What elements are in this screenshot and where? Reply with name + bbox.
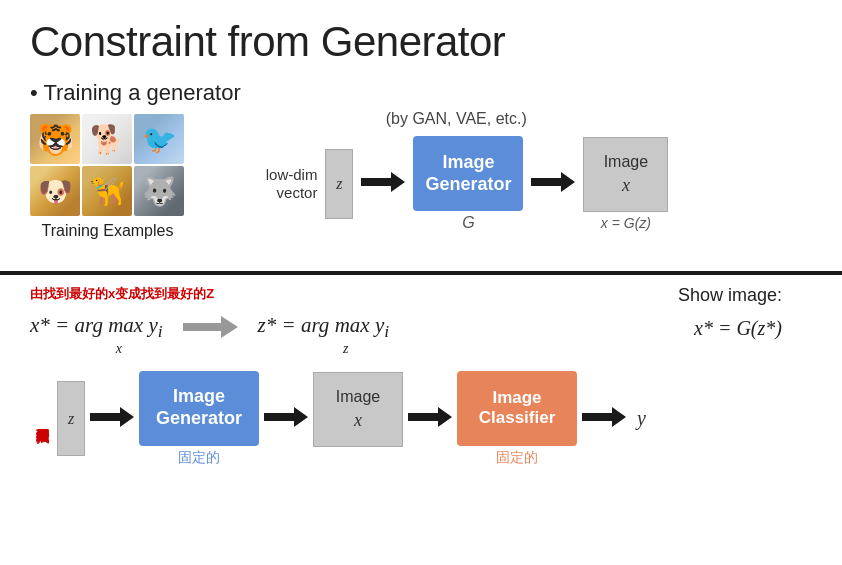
- generator-box-bot: Image Generator: [139, 371, 259, 446]
- svg-marker-1: [531, 172, 575, 192]
- z-vector-col: z: [325, 149, 353, 219]
- z-vector-col-bot: z: [57, 381, 85, 456]
- classifier-box: Image Classifier: [457, 371, 577, 446]
- arrow2-bot: [264, 403, 308, 435]
- eq-right: z* = arg max yi z: [258, 313, 389, 356]
- svg-marker-4: [264, 407, 308, 427]
- svg-marker-6: [582, 407, 626, 427]
- show-image-label: Show image:: [678, 285, 782, 306]
- fixed-label-blue: 固定的: [178, 449, 220, 467]
- training-images: Training Examples: [30, 114, 185, 219]
- img-wolf: [134, 166, 184, 216]
- low-dim-label: low-dimvector: [266, 166, 318, 202]
- img-grid: [30, 114, 185, 216]
- generator-col-top: Image Generator G: [413, 136, 523, 232]
- generator-box-top: Image Generator: [413, 136, 523, 211]
- arrow2-top: [531, 168, 575, 200]
- img-dog: [82, 114, 132, 164]
- img-dog2: [30, 166, 80, 216]
- page-title: Constraint from Generator: [30, 18, 812, 66]
- arrow1-top: [361, 168, 405, 200]
- implies-arrow: [183, 312, 238, 346]
- svg-marker-3: [90, 407, 134, 427]
- image-var-top: x: [622, 175, 630, 196]
- svg-marker-5: [408, 407, 452, 427]
- arrow4-bot: [582, 403, 626, 435]
- image-box-bot: Image x: [313, 372, 403, 447]
- chinese-side-label: 需要找到最好的: [30, 381, 54, 456]
- z-var-top: z: [336, 175, 342, 193]
- img-bird: [134, 114, 184, 164]
- image-var-bot: x: [354, 410, 362, 431]
- main-container: Constraint from Generator • Training a g…: [0, 0, 842, 565]
- classifier-col: Image Classifier 固定的: [457, 371, 577, 467]
- z-var-bot: z: [68, 410, 74, 428]
- image-label-bot: Image: [336, 388, 380, 406]
- by-label: (by GAN, VAE, etc.): [386, 110, 669, 128]
- image-col-top: Image x x = G(z): [583, 137, 668, 231]
- image-formula-top: x = G(z): [601, 215, 651, 231]
- fixed-label-orange: 固定的: [496, 449, 538, 467]
- bottom-section: 由找到最好的x变成找到最好的Z Show image: x* = arg max…: [0, 275, 842, 565]
- bullet-label: • Training a generator: [30, 80, 241, 106]
- top-section: Constraint from Generator • Training a g…: [0, 0, 842, 271]
- img-dog3: [82, 166, 132, 216]
- bullet-section: • Training a generator Training Examples: [30, 80, 241, 219]
- training-label: Training Examples: [30, 222, 185, 240]
- g-label-top: G: [462, 214, 474, 232]
- z-vector-box: z: [325, 149, 353, 219]
- chinese-note-top: 由找到最好的x变成找到最好的Z: [30, 285, 214, 303]
- arrow1-bot: [90, 403, 134, 435]
- flow-bottom: 需要找到最好的 z Image Generator 固定的: [30, 371, 812, 467]
- image-box-top: Image x: [583, 137, 668, 212]
- eq-left: x* = arg max yi x: [30, 313, 163, 356]
- img-tiger: [30, 114, 80, 164]
- svg-marker-0: [361, 172, 405, 192]
- image-col-bot: Image x: [313, 372, 403, 465]
- z-vector-box-bot: z: [57, 381, 85, 456]
- y-output: y: [637, 407, 646, 430]
- equations-row: x* = arg max yi x z* = arg max yi z x* =…: [30, 313, 812, 356]
- generator-col-bot: Image Generator 固定的: [139, 371, 259, 467]
- image-label-top: Image: [604, 153, 648, 171]
- svg-marker-2: [183, 316, 238, 338]
- show-eq: x* = G(z*): [694, 317, 782, 340]
- arrow3-bot: [408, 403, 452, 435]
